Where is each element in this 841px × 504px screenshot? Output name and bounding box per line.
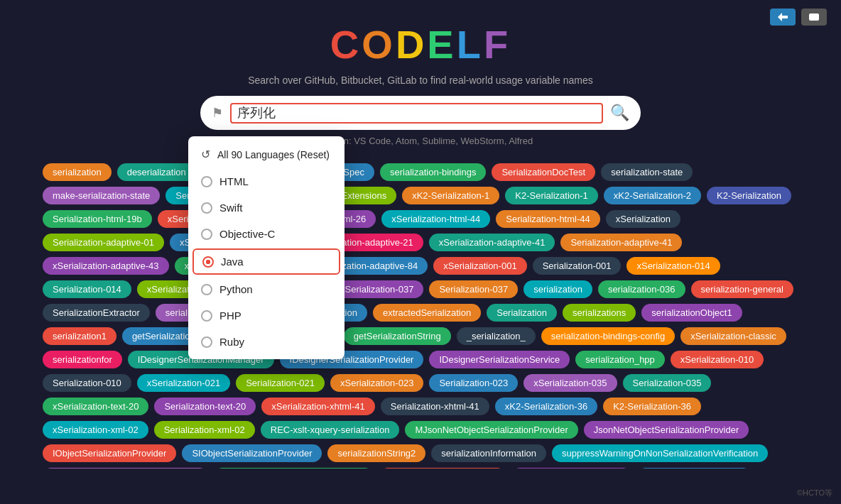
filter-icon[interactable]: ⚑ <box>212 105 223 121</box>
radio-swift <box>201 202 212 214</box>
tag-xserialization-xml-02[interactable]: xSerialization-xml-02 <box>43 421 148 439</box>
tag-deserialization[interactable]: deserialization <box>117 163 196 181</box>
tag-xserialization[interactable]: xSerialization <box>606 210 680 228</box>
dropdown-item-html[interactable]: HTML <box>188 168 344 195</box>
search-wrapper: ⚑ 🔍 <box>200 96 641 130</box>
tag-serializationobject1[interactable]: serializationObject1 <box>641 304 742 322</box>
tag-serializations[interactable]: serializations <box>563 304 636 322</box>
tag-serialization-html-19b[interactable]: Serialization-html-19b <box>43 210 152 228</box>
tag-jsonnetobjectserializationprovider[interactable]: JsonNetObjectSerializationProvider <box>584 421 749 439</box>
tag-serialization-general[interactable]: serialization-general <box>691 280 793 298</box>
tag-serialization-037[interactable]: Serialization-037 <box>429 280 518 298</box>
tag--serialization-[interactable]: _serialization_ <box>457 327 536 345</box>
tag-xserialization-010[interactable]: xSerialization-010 <box>671 351 764 368</box>
tags-area: serializationdeserializationexceptionSer… <box>0 156 841 469</box>
tag-siobjectserializationprovider[interactable]: SIObjectSerializationProvider <box>182 444 322 462</box>
tag-serializationinformation[interactable]: serializationInformation <box>431 444 546 462</box>
tag-serializationdoctest[interactable]: SerializationDocTest <box>492 163 595 181</box>
language-dropdown: ↺ All 90 Languages (Reset) HTML Swift Ob… <box>188 136 344 359</box>
tag-xserialization-001[interactable]: xSerialization-001 <box>433 257 526 275</box>
radio-python <box>201 284 212 295</box>
tag-xserialization-xhtml-41[interactable]: xSerialization-xhtml-41 <box>261 398 375 415</box>
watermark: ©HCTO等 <box>797 488 832 498</box>
tag-serialization-021[interactable]: Serialization-021 <box>236 374 325 392</box>
tag-xserialization-035[interactable]: xSerialization-035 <box>523 374 617 392</box>
tag-serialization[interactable]: serialization <box>523 280 592 298</box>
tag-k2-serialization[interactable]: K2-Serialization <box>707 187 791 204</box>
tag-serializationfor[interactable]: serializationfor <box>43 351 122 368</box>
tag-mjsonnetobjectserializationprovider[interactable]: MJsonNetObjectSerializationProvider <box>405 421 577 439</box>
tag-xserialization-023[interactable]: xSerialization-023 <box>330 374 423 392</box>
tag-xserialization-014[interactable]: xSerialization-014 <box>626 257 720 275</box>
tag-xserialization-text-20[interactable]: xSerialization-text-20 <box>43 398 148 415</box>
search-container: ⚑ 🔍 <box>200 96 641 130</box>
dropdown-item-swift[interactable]: Swift <box>188 195 344 221</box>
logo-f: F <box>484 22 511 67</box>
radio-ruby <box>201 336 212 348</box>
tag-serialization-xhtml-41[interactable]: Serialization-xhtml-41 <box>381 398 489 415</box>
tag-suppresswarningonnonserializationverification[interactable]: suppressWarningOnNonSerializationVerific… <box>552 444 768 462</box>
tag-k2-serialization-1[interactable]: K2-Serialization-1 <box>505 187 598 204</box>
tag-k2-serialization-36[interactable]: K2-Serialization-36 <box>603 398 701 415</box>
label-python: Python <box>219 283 253 295</box>
extensions-text: Extension: VS Code, Atom, Sublime, WebSt… <box>0 136 841 146</box>
tag-iobjectserializationprovider[interactable]: IObjectSerializationProvider <box>43 444 176 462</box>
logo-l: L <box>457 22 484 67</box>
tag-jsonserializationwriter[interactable]: JsonSerializationWriter <box>637 468 752 469</box>
tag-xserialization-adaptive-43[interactable]: xSerialization-adaptive-43 <box>43 257 169 275</box>
tag-serialization-text-20[interactable]: Serialization-text-20 <box>154 398 256 415</box>
tag-noserializationverificationneeded[interactable]: NoSerializationVerificationNeeded <box>214 468 374 469</box>
tag-serializationstring2[interactable]: serializationString2 <box>327 444 425 462</box>
tag-serialization-adaptive-01[interactable]: Serialization-adaptive-01 <box>43 234 164 251</box>
reset-label: All 90 Languages (Reset) <box>217 149 330 160</box>
tag-xserialization-021[interactable]: xSerialization-021 <box>137 374 230 392</box>
tag-serialization-014[interactable]: Serialization-014 <box>43 280 131 298</box>
tag-xk2-serialization-36[interactable]: xK2-Serialization-36 <box>495 398 597 415</box>
icon-btn-1[interactable] <box>770 9 796 26</box>
tag-serialization-hpp[interactable]: serialization_hpp <box>575 351 665 368</box>
search-input[interactable] <box>230 103 603 124</box>
radio-java <box>202 256 214 268</box>
tag-xk2-serialization-1[interactable]: xK2-Serialization-1 <box>402 187 499 204</box>
dropdown-reset[interactable]: ↺ All 90 Languages (Reset) <box>188 141 344 168</box>
label-html: HTML <box>219 175 249 187</box>
tag-idesignerserializationservice[interactable]: IDesignerSerializationService <box>429 351 570 368</box>
dropdown-item-php[interactable]: PHP <box>188 302 344 329</box>
tag-serialization-xml-02[interactable]: Serialization-xml-02 <box>154 421 255 439</box>
tag-make-serialization-state[interactable]: make-serialization-state <box>43 187 160 204</box>
tag-serialization-001[interactable]: Serialization-001 <box>533 257 622 275</box>
tag-serializationsectiongroup[interactable]: SerializationSectionGroup <box>379 468 506 469</box>
logo-e: E <box>427 22 456 67</box>
tag-serialization-bindings[interactable]: serialization-bindings <box>380 163 486 181</box>
tag-serialization-adaptive-41[interactable]: Serialization-adaptive-41 <box>560 234 682 251</box>
dropdown-item-ruby[interactable]: Ruby <box>188 329 344 355</box>
tag-warn-on-no-serialization-verification[interactable]: warn-on-no-serialization-verification <box>43 468 208 469</box>
search-button[interactable]: 🔍 <box>610 104 629 122</box>
tag-serialization-036[interactable]: serialization-036 <box>598 280 685 298</box>
tag-jsonserializationreader[interactable]: JsonSerializationReader <box>511 468 631 469</box>
tag-serializationextractor[interactable]: SerializationExtractor <box>43 304 150 322</box>
dropdown-item-objc[interactable]: Objective-C <box>188 221 344 247</box>
logo: CODELF <box>0 21 841 67</box>
tag-serialization-state[interactable]: serialization-state <box>601 163 693 181</box>
tag-serialization[interactable]: Serialization <box>487 304 557 322</box>
tag-getserializationstring[interactable]: getSerializationString <box>344 327 451 345</box>
dropdown-item-java[interactable]: Java <box>192 248 340 275</box>
tag-xserialization-html-44[interactable]: xSerialization-html-44 <box>381 210 490 228</box>
tag-serialization-023[interactable]: Serialization-023 <box>429 374 518 392</box>
dropdown-item-python[interactable]: Python <box>188 276 344 302</box>
radio-objc <box>201 229 212 240</box>
tag-serialization-035[interactable]: Serialization-035 <box>623 374 712 392</box>
tag-rec-xslt-xquery-serialization[interactable]: REC-xslt-xquery-serialization <box>261 421 400 439</box>
tag-extractedserialization[interactable]: extractedSerialization <box>373 304 481 322</box>
tag-serialization[interactable]: serialization <box>43 163 112 181</box>
tag-xserialization-classic[interactable]: xSerialization-classic <box>680 327 786 345</box>
tag-xserialization-adaptive-41[interactable]: xSerialization-adaptive-41 <box>429 234 555 251</box>
tag-serialization-010[interactable]: Serialization-010 <box>43 374 131 392</box>
label-ruby: Ruby <box>219 336 244 348</box>
tag-serialization-bindings-config[interactable]: serialization-bindings-config <box>541 327 675 345</box>
tag-serialization-html-44[interactable]: Serialization-html-44 <box>496 210 600 228</box>
tag-xk2-serialization-2[interactable]: xK2-Serialization-2 <box>604 187 701 204</box>
icon-btn-2[interactable] <box>801 9 827 26</box>
tag-serialization1[interactable]: serialization1 <box>43 327 116 345</box>
